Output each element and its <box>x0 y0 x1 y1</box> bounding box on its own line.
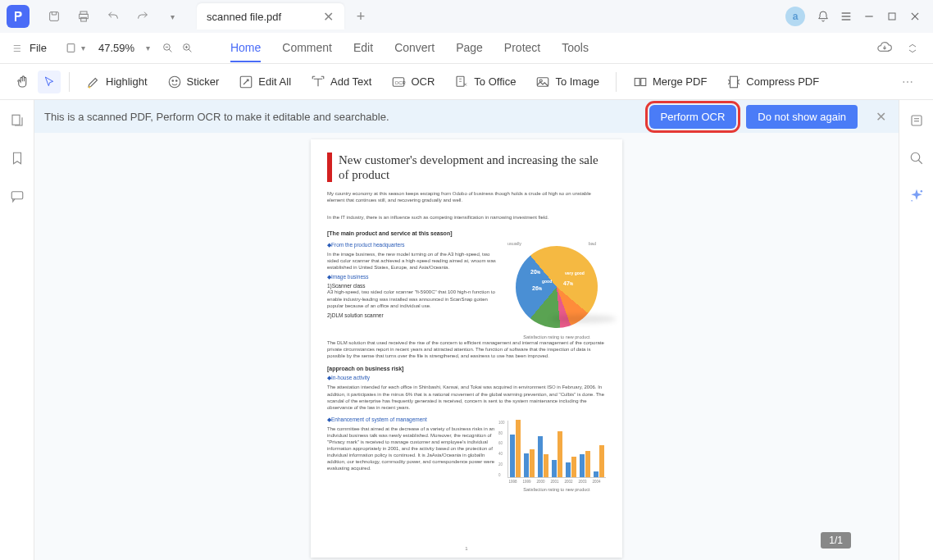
undo-icon[interactable] <box>103 7 123 26</box>
highlight-button[interactable]: Highlight <box>78 71 156 93</box>
tab-convert[interactable]: Convert <box>394 34 435 61</box>
new-tab-button[interactable]: + <box>351 7 371 26</box>
edit-all-icon <box>239 75 253 89</box>
bar-caption: Satisfaction rating to new product <box>507 487 606 492</box>
doc-title: New customer's development and increasin… <box>327 153 606 182</box>
menu-icon[interactable] <box>835 5 858 28</box>
svg-rect-32 <box>641 78 646 85</box>
zoom-value[interactable]: 47.59% <box>98 42 141 54</box>
perform-ocr-button[interactable]: Perform OCR <box>649 105 737 129</box>
menu-tabs: Home Comment Edit Convert Page Protect T… <box>230 34 589 61</box>
sub1b: ◆Image business <box>327 274 499 280</box>
svg-rect-31 <box>635 78 639 85</box>
svg-rect-8 <box>889 13 895 20</box>
hand-tool[interactable] <box>11 71 34 93</box>
tab-tools[interactable]: Tools <box>562 34 589 61</box>
body1a: In the image business, the new model tur… <box>327 251 499 271</box>
zoom-control: ▾ 47.59% ▾ <box>61 39 198 58</box>
svg-rect-35 <box>11 192 23 199</box>
sub1b3: 2)DLM solution scanner <box>327 312 499 318</box>
body2a: The attestation intended for each office… <box>327 384 606 410</box>
do-not-show-button[interactable]: Do not show again <box>746 105 858 129</box>
tab-title: scanned file.pdf <box>207 11 315 23</box>
user-avatar[interactable]: a <box>785 7 805 26</box>
cloud-icon[interactable] <box>876 39 894 57</box>
bookmarks-icon[interactable] <box>8 149 26 167</box>
sticker-button[interactable]: Sticker <box>159 71 228 93</box>
section1-title: [The main product and service at this se… <box>327 230 606 236</box>
zoom-layout-dd[interactable]: ▾ <box>81 43 85 52</box>
pie-val-26: 26% <box>532 285 542 291</box>
ocr-label: OCR <box>411 75 435 88</box>
close-tab-icon[interactable]: ✕ <box>321 10 335 23</box>
svg-line-16 <box>170 49 172 52</box>
left-sidebar <box>0 100 34 560</box>
print-icon[interactable] <box>74 7 93 26</box>
svg-rect-33 <box>730 76 738 88</box>
canvas: This is a scanned PDF, Perform OCR to ma… <box>34 100 899 560</box>
merge-icon <box>633 75 648 89</box>
thumbnails-icon[interactable] <box>8 112 26 130</box>
highlight-label: Highlight <box>106 75 148 88</box>
collapse-icon[interactable] <box>903 39 922 57</box>
add-text-button[interactable]: Add Text <box>303 71 380 93</box>
svg-point-39 <box>911 153 920 162</box>
banner-message: This is a scanned PDF, Perform OCR to ma… <box>44 111 389 123</box>
sticker-label: Sticker <box>187 75 220 88</box>
to-image-button[interactable]: To Image <box>527 71 607 93</box>
right-sidebar <box>899 100 933 560</box>
ai-sparkle-icon[interactable] <box>908 187 926 205</box>
properties-icon[interactable] <box>908 112 926 130</box>
dropdown-icon[interactable]: ▾ <box>162 7 182 26</box>
save-icon[interactable] <box>44 7 64 26</box>
ocr-icon: OCR <box>391 75 406 89</box>
page-indicator[interactable]: 1/1 <box>821 532 851 549</box>
svg-line-40 <box>918 160 922 164</box>
menubar: File ▾ 47.59% ▾ Home Comment Edit Conver… <box>0 33 933 64</box>
highlight-icon <box>86 75 101 89</box>
edit-all-button[interactable]: Edit All <box>230 71 299 93</box>
document-viewport[interactable]: New customer's development and increasin… <box>34 133 899 560</box>
svg-rect-14 <box>68 44 75 52</box>
pdf-page: New customer's development and increasin… <box>311 139 622 558</box>
select-tool[interactable] <box>38 71 61 93</box>
ocr-button[interactable]: OCR OCR <box>383 71 443 93</box>
add-text-icon <box>311 75 325 89</box>
svg-rect-34 <box>12 115 20 125</box>
page-number: 1 <box>465 546 467 551</box>
tab-edit[interactable]: Edit <box>353 34 373 61</box>
toolbar: Highlight Sticker Edit All Add Text OCR … <box>0 64 933 100</box>
more-tools-icon[interactable]: ⋯ <box>895 75 922 89</box>
minimize-icon[interactable] <box>858 5 881 28</box>
zoom-out-icon[interactable] <box>158 39 178 58</box>
comments-icon[interactable] <box>8 187 26 205</box>
tab-home[interactable]: Home <box>230 34 261 62</box>
tab-comment[interactable]: Comment <box>282 34 332 61</box>
compress-pdf-button[interactable]: Compress PDF <box>718 71 827 93</box>
compress-label: Compress PDF <box>746 75 819 88</box>
search-icon[interactable] <box>908 149 926 167</box>
close-window-icon[interactable] <box>903 5 926 28</box>
close-banner-icon[interactable]: ✕ <box>872 108 889 125</box>
pie-val-20: 20% <box>530 269 540 275</box>
svg-line-19 <box>189 49 192 52</box>
maximize-icon[interactable] <box>881 5 903 28</box>
page-layout-icon[interactable] <box>61 39 81 58</box>
tab-protect[interactable]: Protect <box>504 34 540 61</box>
zoom-dropdown-icon[interactable]: ▾ <box>146 43 150 52</box>
merge-pdf-button[interactable]: Merge PDF <box>625 71 715 93</box>
to-office-icon <box>454 75 469 89</box>
body1c: The DLM solution that used received the … <box>327 339 606 359</box>
document-tab[interactable]: scanned file.pdf ✕ <box>197 3 344 30</box>
tab-page[interactable]: Page <box>456 34 483 61</box>
pie-caption: Satisfaction rating to new product <box>507 335 606 339</box>
zoom-in-icon[interactable] <box>178 39 198 58</box>
svg-point-42 <box>911 200 913 202</box>
file-menu[interactable]: File <box>11 42 47 54</box>
redo-icon[interactable] <box>133 7 152 26</box>
to-office-button[interactable]: To Office <box>446 71 524 93</box>
file-label: File <box>30 42 47 54</box>
main-area: This is a scanned PDF, Perform OCR to ma… <box>0 100 933 560</box>
app-logo[interactable] <box>7 5 30 28</box>
notification-icon[interactable] <box>812 5 835 28</box>
